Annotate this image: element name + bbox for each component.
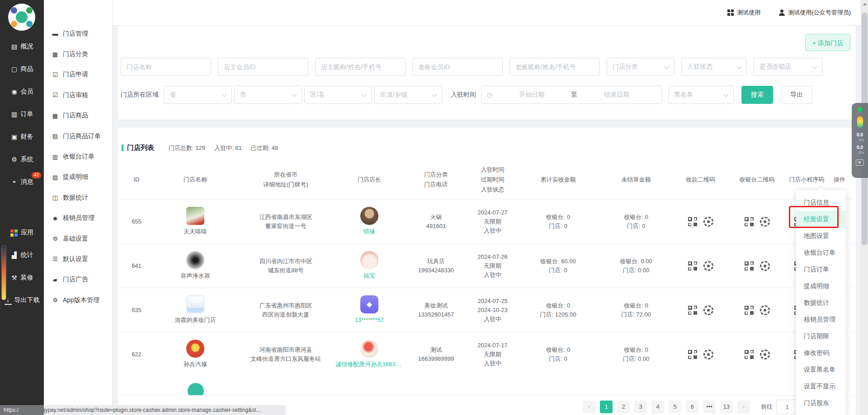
- submenu-basic-settings[interactable]: ⚙基础设置: [44, 228, 112, 249]
- submenu-store-goods[interactable]: ▩门店商品: [44, 106, 112, 126]
- miniprogram-code-icon[interactable]: [703, 305, 713, 315]
- export-button[interactable]: 导出: [781, 86, 812, 104]
- sidebar-item-system[interactable]: ⚙系统: [0, 148, 44, 171]
- submenu-default-settings[interactable]: ☰默认设置: [44, 249, 112, 269]
- province-select[interactable]: 省: [164, 86, 232, 104]
- menu-item-business-settings[interactable]: 经营设置: [796, 211, 846, 228]
- page-button-6[interactable]: 6: [686, 401, 698, 413]
- menu-item-commission-detail[interactable]: 提成明细: [796, 278, 846, 294]
- qr-code-icon[interactable]: [745, 217, 754, 226]
- miniprogram-code-icon[interactable]: [703, 350, 713, 359]
- menu-item-data-stats[interactable]: 数据统计: [796, 294, 846, 311]
- boss-member-id-input[interactable]: [412, 58, 503, 76]
- goto-page-input[interactable]: [776, 400, 798, 414]
- sidebar-item-overview[interactable]: ▤概况: [0, 35, 44, 58]
- store-name-input[interactable]: [121, 58, 211, 76]
- district-select[interactable]: 区/县: [304, 86, 372, 104]
- page-button-4[interactable]: 4: [651, 401, 664, 413]
- chain-store-select[interactable]: 是否连锁店: [754, 58, 822, 76]
- qr-code-icon[interactable]: [688, 217, 697, 226]
- page-button-13[interactable]: 13: [720, 401, 733, 413]
- end-date-placeholder: 结束日期: [577, 91, 656, 99]
- search-button[interactable]: 搜索: [741, 86, 773, 104]
- screenshot-camera-icon[interactable]: [856, 159, 864, 166]
- menu-item-set-hidden[interactable]: 设置不显示: [796, 378, 846, 395]
- submenu-store-goods-orders[interactable]: ▤门店商品订单: [44, 126, 112, 146]
- menu-item-store-info[interactable]: 门店信息: [796, 194, 846, 211]
- qr-code-icon[interactable]: [745, 261, 754, 270]
- qr-code-icon[interactable]: [688, 350, 697, 359]
- upload-speed: 0.0: [857, 132, 863, 138]
- sidebar-item-apps[interactable]: 应用: [0, 221, 44, 244]
- sidebar-item-finance[interactable]: ▣财务: [0, 126, 44, 148]
- qr-code-icon[interactable]: [745, 350, 754, 359]
- settle-status-select[interactable]: 入驻状态: [681, 58, 747, 76]
- qr-code-icon[interactable]: [688, 306, 697, 315]
- menu-item-store-term[interactable]: 门店期限: [796, 328, 846, 345]
- page-button-3[interactable]: 3: [634, 401, 647, 413]
- submenu-app-version[interactable]: ⚙App版本管理: [44, 290, 112, 310]
- manager-link[interactable]: 惜缘: [363, 227, 375, 236]
- scroll-up-arrow-icon[interactable]: [863, 3, 867, 5]
- miniprogram-code-icon[interactable]: [703, 261, 713, 271]
- submenu-verifier-manage[interactable]: ☻核销员管理: [44, 208, 112, 228]
- page-button-1[interactable]: 1: [600, 401, 613, 413]
- settle-time-cell: 2024-07-26无限期入驻中: [467, 252, 519, 280]
- city-select[interactable]: 市: [234, 86, 302, 104]
- submenu-store-audit[interactable]: ☑门店审核: [44, 85, 112, 105]
- unsettled-cell: 收银台: 0门店: 72.00: [598, 301, 675, 319]
- owner-member-id-input[interactable]: [218, 58, 308, 76]
- scroll-progress-indicator[interactable]: [1, 245, 6, 300]
- manager-link[interactable]: 福宝: [363, 271, 375, 280]
- manager-link[interactable]: 诚信修配唐河孙兵166399...: [335, 360, 403, 369]
- manager-link[interactable]: 13*******57: [355, 316, 384, 325]
- miniprogram-code-icon[interactable]: [760, 217, 770, 227]
- menu-item-map-settings[interactable]: 地图设置: [796, 228, 846, 244]
- page-button-5[interactable]: 5: [669, 401, 681, 413]
- boss-name-phone-input[interactable]: [509, 58, 600, 76]
- page-button-2[interactable]: 2: [617, 401, 630, 413]
- clock-icon: ◷: [487, 91, 492, 98]
- scrollbar-track[interactable]: [861, 0, 868, 415]
- menu-item-set-blacklist[interactable]: 设置黑名单: [796, 361, 846, 378]
- submenu-store-ads[interactable]: ▰门店广告: [44, 270, 112, 290]
- net-monitor-widget[interactable]: 0.0 ↑ K/s 0.0 ↓ K/s: [852, 103, 868, 178]
- more-pages-button[interactable]: •••: [703, 401, 716, 413]
- owner-name-phone-input[interactable]: [315, 58, 406, 76]
- miniprogram-code-icon[interactable]: [760, 350, 770, 359]
- sidebar-item-members[interactable]: ◉会员: [0, 80, 44, 103]
- app-logo[interactable]: [8, 4, 35, 31]
- submenu-data-stats[interactable]: ◫数据统计: [44, 187, 112, 208]
- blacklist-select[interactable]: 黑名单: [668, 86, 734, 104]
- menu-item-change-password[interactable]: 修改密码: [796, 345, 846, 361]
- submenu-store-manage[interactable]: ▬门店管理: [44, 23, 112, 44]
- submenu-commission-detail[interactable]: ▧提成明细: [44, 167, 112, 187]
- miniprogram-code-icon[interactable]: [760, 261, 770, 271]
- menu-item-cashier-orders[interactable]: 收银台订单: [796, 244, 846, 261]
- sidebar-item-decorate[interactable]: ⚒装修: [0, 266, 44, 289]
- menu-item-store-shareholder[interactable]: 门店股东: [796, 395, 846, 411]
- qr-code-icon[interactable]: [745, 306, 754, 315]
- menu-item-store-orders[interactable]: 门店订单: [796, 261, 846, 278]
- menu-item-verifier-manage[interactable]: 核销员管理: [796, 311, 846, 328]
- workspace-switcher[interactable]: 测试使用: [727, 9, 760, 17]
- prev-page-button[interactable]: ‹: [583, 401, 595, 413]
- qr-code-icon[interactable]: [688, 261, 697, 270]
- next-page-button[interactable]: ›: [737, 401, 750, 413]
- miniprogram-code-icon[interactable]: [703, 217, 713, 227]
- add-store-button[interactable]: + 添加门店: [805, 34, 850, 51]
- sidebar-item-goods[interactable]: ▢商品: [0, 58, 44, 80]
- miniprogram-code-icon[interactable]: [760, 305, 770, 315]
- user-menu[interactable]: 测试使用(公众号管理员): [778, 9, 851, 17]
- street-select[interactable]: 街道/乡镇: [374, 86, 442, 104]
- date-range-picker[interactable]: ◷ 开始日期 至 结束日期: [481, 86, 662, 104]
- submenu-store-category[interactable]: ▦门店分类: [44, 44, 112, 64]
- sidebar-item-stats[interactable]: ▟统计: [0, 244, 44, 266]
- submenu-cashier-orders[interactable]: ▥收银台订单: [44, 146, 112, 167]
- sidebar-item-messages[interactable]: ◓消息42: [0, 171, 44, 193]
- sidebar-item-orders[interactable]: ▥订单: [0, 103, 44, 126]
- submenu-store-apply[interactable]: ☑门店申请: [44, 65, 112, 85]
- store-category-select[interactable]: 门店分类: [607, 58, 675, 76]
- cashier-qr-cell: [726, 350, 788, 359]
- sidebar-item-export-download[interactable]: ↓导出下载: [0, 289, 44, 312]
